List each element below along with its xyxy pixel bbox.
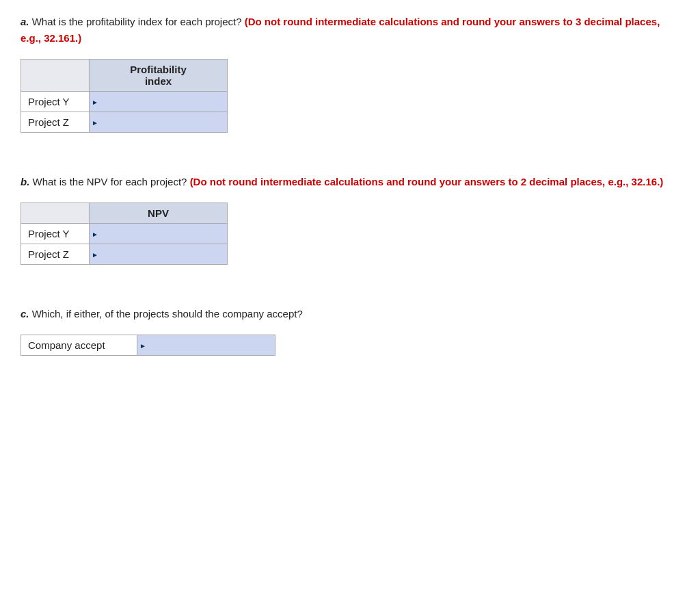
- question-a-text: a. What is the profitability index for e…: [21, 14, 679, 47]
- question-c-plain: Which, if either, of the projects should…: [32, 308, 303, 319]
- question-a-label: a.: [21, 16, 29, 27]
- section-c: c. Which, if either, of the projects sho…: [21, 306, 679, 356]
- prof-table-empty-header: [21, 60, 90, 92]
- question-c-label: c.: [21, 308, 29, 319]
- npv-table-header: NPV: [90, 203, 228, 224]
- arrow-icon-accept: ►: [139, 341, 146, 349]
- question-b-text: b. What is the NPV for each project? (Do…: [21, 174, 679, 190]
- question-b-bold: (Do not round intermediate calculations …: [190, 176, 664, 187]
- arrow-icon-npv-y: ►: [92, 230, 98, 237]
- prof-project-y-label: Project Y: [21, 92, 90, 112]
- company-accept-input-cell[interactable]: ►: [137, 335, 275, 356]
- table-row: Project Y ►: [21, 224, 228, 244]
- company-accept-table: Company accept ►: [21, 335, 275, 356]
- arrow-icon-npv-z: ►: [92, 250, 98, 258]
- prof-table-header: Profitabilityindex: [90, 60, 228, 92]
- question-a-plain: What is the profitability index for each…: [32, 16, 245, 27]
- company-accept-label: Company accept: [21, 335, 137, 356]
- npv-project-y-input[interactable]: [90, 224, 227, 244]
- prof-project-y-input[interactable]: [90, 92, 227, 112]
- section-b: b. What is the NPV for each project? (Do…: [21, 174, 679, 265]
- question-b-plain: What is the NPV for each project?: [33, 176, 190, 187]
- question-c-text: c. Which, if either, of the projects sho…: [21, 306, 679, 322]
- table-row: Project Z ►: [21, 112, 228, 133]
- table-row: Project Y ►: [21, 92, 228, 112]
- npv-project-y-input-cell[interactable]: ►: [90, 224, 228, 244]
- arrow-icon-y: ►: [92, 98, 98, 105]
- npv-project-z-input-cell[interactable]: ►: [90, 244, 228, 265]
- prof-project-z-input[interactable]: [90, 113, 227, 132]
- prof-project-y-input-cell[interactable]: ►: [90, 92, 228, 112]
- arrow-icon-z: ►: [92, 118, 98, 126]
- prof-project-z-label: Project Z: [21, 112, 90, 133]
- company-accept-input[interactable]: [137, 336, 275, 355]
- npv-project-z-input[interactable]: [90, 245, 227, 264]
- npv-table: NPV Project Y ► Project Z ►: [21, 203, 228, 265]
- npv-project-y-label: Project Y: [21, 224, 90, 244]
- prof-project-z-input-cell[interactable]: ►: [90, 112, 228, 133]
- npv-project-z-label: Project Z: [21, 244, 90, 265]
- table-row: Project Z ►: [21, 244, 228, 265]
- table-row: Company accept ►: [21, 335, 275, 356]
- npv-table-empty-header: [21, 203, 90, 224]
- question-b-label: b.: [21, 176, 29, 187]
- profitability-table: Profitabilityindex Project Y ► Project Z…: [21, 59, 228, 133]
- section-a: a. What is the profitability index for e…: [21, 14, 679, 133]
